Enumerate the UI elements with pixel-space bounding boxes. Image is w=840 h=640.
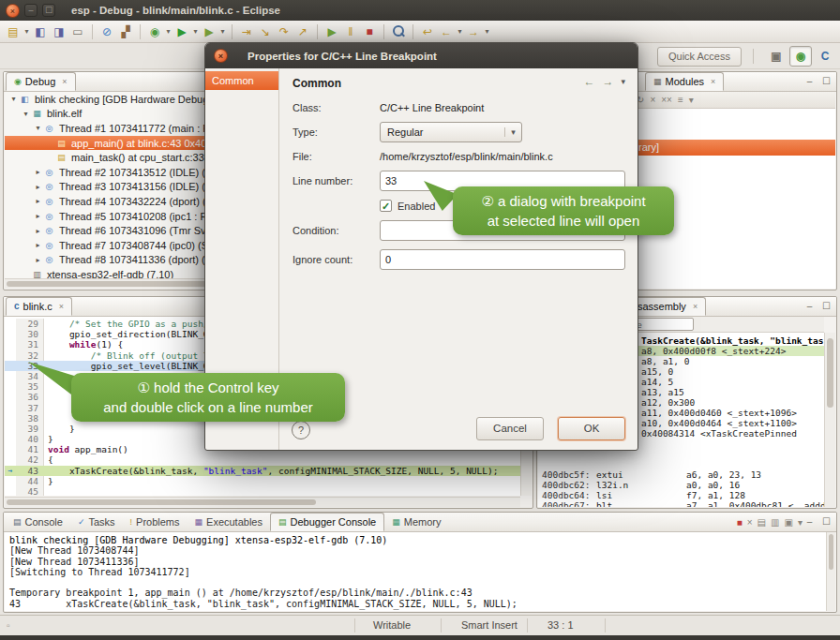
remove-icon[interactable]: ×	[650, 95, 655, 105]
step-filters-icon[interactable]: ⇥	[237, 22, 256, 41]
save-icon[interactable]: ◧	[31, 22, 50, 41]
terminate-icon[interactable]: ■	[737, 515, 742, 529]
minimize-view-icon[interactable]: –	[802, 515, 817, 529]
scrollbar-thumb[interactable]	[7, 499, 316, 505]
tab-tasks[interactable]: ✓Tasks	[70, 513, 123, 531]
tab-modules[interactable]: ▦ Modules ×	[645, 72, 724, 91]
module-row-selected[interactable]: rary]	[631, 140, 835, 156]
build-icon[interactable]: ▞	[116, 22, 135, 41]
window-maximize-icon[interactable]: ☐	[42, 4, 55, 17]
tab-debug[interactable]: ◉ Debug ×	[6, 72, 76, 91]
dropdown-arrow-icon[interactable]: ▾	[483, 27, 491, 36]
tab-console[interactable]: ▤Console	[6, 513, 70, 531]
skip-breakpoints-icon[interactable]: ⊘	[98, 22, 116, 41]
line-number[interactable]: 31	[16, 339, 44, 350]
search-icon[interactable]	[389, 22, 408, 41]
line-number[interactable]: 44	[16, 476, 44, 486]
pin-console-icon[interactable]: ▣	[785, 515, 793, 529]
dropdown-arrow-icon[interactable]: ▾	[22, 27, 31, 36]
tab-problems[interactable]: !Problems	[123, 513, 188, 531]
tab-blink-c[interactable]: c blink.c ×	[6, 297, 72, 316]
editor-horizontal-scrollbar[interactable]	[5, 497, 520, 507]
line-number[interactable]: 42	[16, 454, 44, 465]
forward-icon[interactable]: →	[602, 75, 613, 88]
dropdown-arrow-icon[interactable]: ▾	[218, 27, 227, 36]
step-return-icon[interactable]: ↗	[293, 22, 312, 41]
step-into-icon[interactable]: ↘	[256, 22, 275, 41]
cpp-perspective-icon[interactable]: C	[814, 46, 836, 67]
line-number[interactable]: 39	[16, 424, 44, 434]
cancel-button[interactable]: Cancel	[476, 417, 544, 440]
dialog-close-icon[interactable]: ×	[214, 49, 228, 63]
line-number[interactable]: 45	[16, 486, 44, 496]
back-icon[interactable]: ←	[437, 22, 456, 41]
quick-access-button[interactable]: Quick Access	[657, 47, 742, 67]
dropdown-arrow-icon[interactable]: ▾	[191, 27, 200, 36]
scrollbar-thumb[interactable]	[827, 338, 833, 408]
window-minimize-icon[interactable]: –	[24, 4, 38, 17]
minimize-view-icon[interactable]: –	[802, 75, 817, 89]
line-number[interactable]: 37	[16, 403, 44, 413]
debug-icon[interactable]: ◉	[145, 22, 164, 41]
line-number[interactable]: 40	[16, 434, 44, 444]
terminate-icon[interactable]: ■	[360, 22, 379, 41]
line-number[interactable]: 36	[16, 392, 44, 402]
tree-expander-icon[interactable]: ▾	[33, 124, 43, 132]
view-menu-icon[interactable]: ▾	[621, 77, 625, 86]
tree-expander-icon[interactable]: ▾	[21, 110, 31, 118]
maximize-view-icon[interactable]: ☐	[819, 300, 833, 314]
line-number[interactable]: 29	[16, 319, 44, 329]
view-menu-icon[interactable]: ▾	[689, 95, 694, 105]
checkbox-checked-icon[interactable]: ✓	[380, 200, 392, 212]
line-number[interactable]: 41	[16, 444, 44, 454]
tree-expander-icon[interactable]: ▸	[33, 168, 43, 176]
type-select[interactable]: Regular ▾	[380, 122, 522, 142]
open-perspective-icon[interactable]: ▣	[765, 46, 788, 67]
disassembly-vertical-scrollbar[interactable]	[824, 333, 835, 507]
tree-expander-icon[interactable]: ▸	[33, 256, 43, 264]
ignore-count-input[interactable]	[380, 249, 625, 270]
clear-console-icon[interactable]: ▤	[758, 515, 766, 529]
line-number[interactable]: 30	[16, 329, 44, 339]
line-number[interactable]: 32	[16, 350, 44, 361]
close-tab-icon[interactable]: ×	[59, 302, 64, 311]
maximize-view-icon[interactable]: ☐	[819, 515, 833, 529]
resume-icon[interactable]: ▶	[322, 22, 341, 41]
remove-launch-icon[interactable]: ×	[747, 515, 753, 529]
dropdown-arrow-icon[interactable]: ▾	[456, 27, 464, 36]
external-tools-icon[interactable]: ▶	[200, 22, 218, 41]
line-number[interactable]: 43	[16, 466, 44, 476]
help-button[interactable]: ?	[292, 421, 310, 439]
ok-button[interactable]: OK	[558, 417, 625, 440]
forward-icon[interactable]: →	[464, 22, 483, 41]
line-number[interactable]: 35	[16, 381, 44, 392]
line-number[interactable]: 34	[16, 371, 44, 381]
close-tab-icon[interactable]: ×	[62, 77, 67, 86]
tree-expander-icon[interactable]: ▸	[33, 212, 43, 220]
scroll-lock-icon[interactable]: ▥	[771, 515, 779, 529]
window-close-icon[interactable]: ×	[6, 4, 20, 18]
print-icon[interactable]: ▭	[68, 22, 87, 41]
suspend-icon[interactable]: ‖	[341, 22, 360, 41]
tab-executables[interactable]: ▦Executables	[188, 513, 270, 531]
back-icon[interactable]: ←	[583, 75, 594, 88]
console-vertical-scrollbar[interactable]	[826, 532, 835, 611]
save-all-icon[interactable]: ◨	[50, 22, 68, 41]
maximize-view-icon[interactable]: ☐	[819, 75, 833, 89]
tree-expander-icon[interactable]: ▾	[8, 95, 19, 103]
tab-debugger-console[interactable]: ▤Debugger Console	[270, 513, 384, 531]
tree-expander-icon[interactable]: ▸	[33, 197, 43, 205]
run-icon[interactable]: ▶	[172, 22, 191, 41]
new-wizard-icon[interactable]: ▤	[4, 22, 22, 41]
step-over-icon[interactable]: ↷	[275, 22, 293, 41]
minimize-view-icon[interactable]: –	[802, 300, 817, 314]
debug-perspective-icon[interactable]: ◉	[789, 46, 812, 67]
close-tab-icon[interactable]: ×	[693, 302, 698, 311]
tab-memory[interactable]: ▦Memory	[384, 513, 448, 531]
sidebar-item-common[interactable]: Common	[205, 71, 278, 90]
last-edit-location-icon[interactable]: ↩	[418, 22, 437, 41]
tree-expander-icon[interactable]: ▸	[33, 241, 43, 249]
scrollbar-thumb[interactable]	[829, 534, 833, 570]
tree-expander-icon[interactable]: ▸	[33, 183, 43, 191]
line-number[interactable]: 38	[16, 413, 44, 424]
